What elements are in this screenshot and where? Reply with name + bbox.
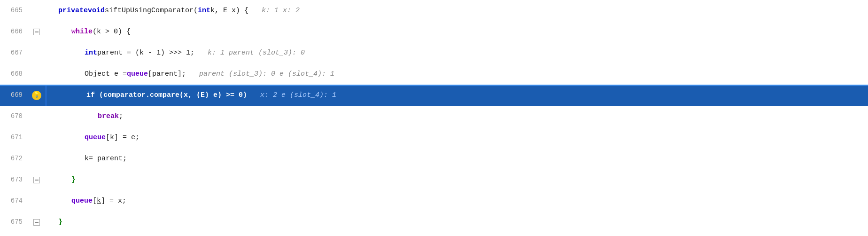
code-line-675: 675 } bbox=[0, 212, 868, 233]
code-line-666: 666 while (k > 0) { bbox=[0, 21, 868, 42]
code-text: ; bbox=[119, 106, 123, 127]
code-text-underline: k bbox=[85, 148, 89, 169]
gutter-672 bbox=[28, 148, 45, 169]
keyword-int: int bbox=[85, 42, 97, 63]
code-content-665: private void siftUpUsingComparator(int k… bbox=[45, 0, 868, 21]
code-text: parent = (k - 1) >>> 1; bbox=[97, 42, 194, 63]
brace-close: } bbox=[58, 212, 62, 233]
line-number-674: 674 bbox=[0, 190, 28, 212]
code-content-666: while (k > 0) { bbox=[45, 21, 868, 42]
code-text: = parent; bbox=[89, 148, 127, 169]
line-number-675: 675 bbox=[0, 212, 28, 233]
keyword-queue: queue bbox=[71, 190, 93, 212]
code-text: k, E x) { bbox=[210, 0, 248, 21]
gutter-675 bbox=[28, 212, 45, 233]
code-line-671: 671 queue[k] = e; bbox=[0, 127, 868, 148]
gutter-669: 💡 bbox=[28, 85, 45, 106]
code-text: ] = x; bbox=[101, 190, 126, 212]
code-text: (k > 0) { bbox=[93, 21, 131, 42]
fold-icon[interactable] bbox=[33, 219, 40, 226]
line-number-669: 669 bbox=[0, 85, 28, 106]
code-line-669: 669 💡 if (comparator.compare(x, (E) e) >… bbox=[0, 85, 868, 106]
code-line-667: 667 int parent = (k - 1) >>> 1;k: 1 pare… bbox=[0, 42, 868, 63]
line-number-670: 670 bbox=[0, 106, 28, 127]
keyword-break: break bbox=[98, 106, 119, 127]
line-number-665: 665 bbox=[0, 0, 28, 21]
keyword: int bbox=[198, 0, 210, 21]
code-line-672: 672 k = parent; bbox=[0, 148, 868, 169]
fold-icon[interactable] bbox=[33, 177, 40, 183]
debug-hint-highlighted: x: 2 e (slot_4): 1 bbox=[260, 85, 336, 106]
gutter-670 bbox=[28, 106, 45, 127]
gutter-666 bbox=[28, 21, 45, 42]
code-editor: 665 private void siftUpUsingComparator(i… bbox=[0, 0, 868, 236]
gutter-667 bbox=[28, 42, 45, 63]
highlight-border bbox=[0, 85, 868, 86]
gutter-673 bbox=[28, 169, 45, 190]
code-content-673: } bbox=[45, 169, 868, 190]
brace-close: } bbox=[71, 169, 76, 190]
gutter-668 bbox=[28, 63, 45, 85]
line-number-666: 666 bbox=[0, 21, 28, 42]
code-content-675: } bbox=[45, 212, 868, 233]
gutter-665 bbox=[28, 0, 45, 21]
line-number-668: 668 bbox=[0, 63, 28, 85]
code-text-underline: k bbox=[97, 190, 101, 212]
keyword-queue: queue bbox=[85, 127, 106, 148]
gutter-671 bbox=[28, 127, 45, 148]
bulb-icon[interactable]: 💡 bbox=[32, 91, 41, 100]
debug-hint: k: 1 parent (slot_3): 0 bbox=[208, 42, 305, 63]
code-line-668: 668 Object e = queue[parent];parent (slo… bbox=[0, 63, 868, 85]
fold-icon[interactable] bbox=[33, 29, 40, 35]
code-content-668: Object e = queue[parent];parent (slot_3)… bbox=[45, 63, 868, 85]
line-number-672: 672 bbox=[0, 148, 28, 169]
code-text: [ bbox=[93, 190, 97, 212]
code-text-highlighted: if (comparator.compare(x, (E) e) >= 0) bbox=[86, 85, 247, 106]
code-content-667: int parent = (k - 1) >>> 1;k: 1 parent (… bbox=[45, 42, 868, 63]
code-line-670: 670 break; bbox=[0, 106, 868, 127]
keyword-while: while bbox=[71, 21, 93, 42]
code-content-670: break; bbox=[45, 106, 868, 127]
line-number-671: 671 bbox=[0, 127, 28, 148]
code-content-671: queue[k] = e; bbox=[45, 127, 868, 148]
code-text: [parent]; bbox=[148, 63, 186, 85]
code-line-674: 674 queue[k] = x; bbox=[0, 190, 868, 212]
line-number-667: 667 bbox=[0, 42, 28, 63]
code-text: Object e = bbox=[85, 63, 127, 85]
keyword: private bbox=[58, 0, 88, 21]
code-content-672: k = parent; bbox=[45, 148, 868, 169]
debug-hint: parent (slot_3): 0 e (slot_4): 1 bbox=[199, 63, 334, 85]
code-text: [k] = e; bbox=[106, 127, 140, 148]
keyword: void bbox=[88, 0, 105, 21]
code-content-674: queue[k] = x; bbox=[45, 190, 868, 212]
line-number-673: 673 bbox=[0, 169, 28, 190]
code-line-673: 673 } bbox=[0, 169, 868, 190]
keyword-queue: queue bbox=[127, 63, 148, 85]
debug-hint: k: 1 x: 2 bbox=[262, 0, 300, 21]
code-content-669: if (comparator.compare(x, (E) e) >= 0)x:… bbox=[47, 85, 868, 106]
code-line-665: 665 private void siftUpUsingComparator(i… bbox=[0, 0, 868, 21]
gutter-674 bbox=[28, 190, 45, 212]
code-text: siftUpUsingComparator( bbox=[105, 0, 198, 21]
